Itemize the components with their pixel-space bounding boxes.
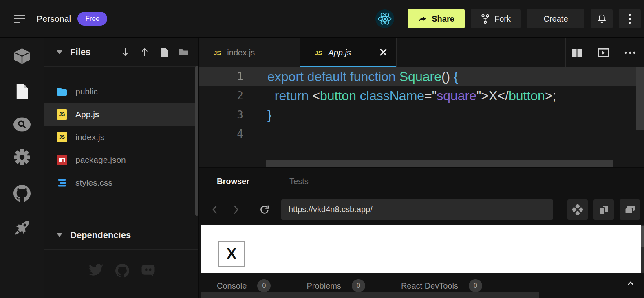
code-token xyxy=(356,88,360,103)
line-number: 4 xyxy=(199,125,248,144)
npm-file-icon xyxy=(57,155,67,165)
open-in-new-window-icon[interactable] xyxy=(620,199,640,220)
url-input[interactable] xyxy=(281,199,553,220)
devtools-bar: Console 0 Problems 0 React DevTools 0 xyxy=(199,274,644,298)
files-panel-icon[interactable] xyxy=(15,83,29,101)
tab-appjs[interactable]: JS App.js xyxy=(300,38,397,67)
tab-browser[interactable]: Browser xyxy=(217,177,249,186)
search-icon[interactable] xyxy=(13,116,31,134)
file-row-stylescss[interactable]: styles.css xyxy=(44,171,198,194)
console-label: Console xyxy=(217,281,247,291)
code-text xyxy=(248,125,267,144)
file-row-packagejson[interactable]: package.json xyxy=(44,149,198,171)
square-button[interactable]: X xyxy=(218,241,245,267)
twitter-icon[interactable] xyxy=(89,264,104,278)
file-name: index.js xyxy=(75,132,104,142)
code-token: Square xyxy=(399,69,441,84)
preview-viewport: X xyxy=(201,225,641,273)
fork-icon xyxy=(481,14,490,24)
workspace-name[interactable]: Personal xyxy=(37,14,71,24)
files-panel: Files public JS App.js JS index.js xyxy=(44,38,198,298)
tab-tests[interactable]: Tests xyxy=(289,177,309,186)
create-button[interactable]: Create xyxy=(527,9,584,28)
problems-toggle[interactable]: Problems 0 xyxy=(307,279,365,292)
file-row-indexjs[interactable]: JS index.js xyxy=(44,126,198,149)
code-token: < xyxy=(309,88,320,103)
sandbox-cube-icon[interactable] xyxy=(13,47,31,67)
new-file-icon[interactable] xyxy=(160,47,168,57)
editor-toolbar xyxy=(565,38,644,67)
back-icon[interactable] xyxy=(211,204,218,215)
problems-label: Problems xyxy=(307,281,341,291)
share-button[interactable]: Share xyxy=(408,9,465,28)
count-badge: 0 xyxy=(469,279,482,292)
discord-icon[interactable] xyxy=(141,264,156,278)
files-title: Files xyxy=(70,47,90,57)
editor-tab-bar: JS index.js JS App.js xyxy=(199,38,644,67)
tab-indexjs[interactable]: JS index.js xyxy=(199,38,300,67)
share-icon xyxy=(418,15,427,23)
responsive-preview-icon[interactable] xyxy=(593,199,614,220)
line-number: 3 xyxy=(199,105,248,125)
files-section-header: Files xyxy=(44,38,198,67)
chevron-down-icon[interactable] xyxy=(57,50,62,54)
menu-icon[interactable] xyxy=(14,14,26,24)
download-icon[interactable] xyxy=(121,48,130,57)
js-file-icon: JS xyxy=(315,49,322,56)
more-options-button[interactable] xyxy=(619,9,641,28)
folder-icon xyxy=(57,87,67,96)
fork-label: Fork xyxy=(494,14,511,24)
dependencies-title: Dependencies xyxy=(70,230,131,241)
fork-button[interactable]: Fork xyxy=(471,9,521,28)
github-link-icon[interactable] xyxy=(115,264,129,278)
js-file-icon: JS xyxy=(57,109,67,120)
notifications-button[interactable] xyxy=(591,9,613,28)
code-editor[interactable]: 1 export default function Square() { 2 r… xyxy=(199,67,644,167)
preview-tab-bar: Browser Tests xyxy=(199,168,644,195)
refresh-icon[interactable] xyxy=(259,204,270,215)
github-icon[interactable] xyxy=(13,185,31,204)
social-links xyxy=(89,264,156,278)
js-file-icon: JS xyxy=(57,132,67,142)
forward-icon[interactable] xyxy=(232,204,240,215)
code-line: 3 } xyxy=(199,105,644,125)
react-devtools-label: React DevTools xyxy=(401,281,458,291)
file-row-appjs[interactable]: JS App.js xyxy=(44,103,198,126)
count-badge: 0 xyxy=(352,279,365,292)
code-line: 2 return <button className="square">X</b… xyxy=(199,86,644,105)
devtools-diamonds-icon[interactable] xyxy=(567,199,588,220)
chevron-down-icon[interactable] xyxy=(57,233,62,237)
editor-horizontal-scrollbar[interactable] xyxy=(266,160,613,167)
rocket-icon[interactable] xyxy=(13,219,31,239)
code-token: } xyxy=(267,107,272,122)
code-token: ">X</ xyxy=(476,88,509,103)
js-file-icon: JS xyxy=(214,49,221,56)
file-row-public[interactable]: public xyxy=(44,80,198,103)
new-folder-icon[interactable] xyxy=(179,48,188,56)
code-token xyxy=(267,88,275,103)
code-token: button xyxy=(509,88,545,103)
code-token: () xyxy=(441,69,454,84)
bottom-scrollbar[interactable] xyxy=(201,292,539,298)
plan-badge[interactable]: Free xyxy=(77,12,107,26)
editor-vertical-scrollbar[interactable] xyxy=(636,67,644,130)
upload-icon[interactable] xyxy=(140,48,149,57)
top-bar: Personal Free Share xyxy=(0,0,644,38)
code-text: } xyxy=(248,105,272,125)
close-icon[interactable] xyxy=(379,48,387,56)
file-name: styles.css xyxy=(75,178,112,188)
split-view-icon[interactable] xyxy=(571,48,582,57)
chevron-up-icon[interactable] xyxy=(627,281,634,286)
preview-pane-icon[interactable] xyxy=(598,48,609,57)
code-token: { xyxy=(454,69,458,84)
react-devtools-toggle[interactable]: React DevTools 0 xyxy=(401,279,482,292)
line-number: 2 xyxy=(199,86,248,105)
file-name: package.json xyxy=(75,155,126,165)
preview-scrollbar[interactable] xyxy=(641,225,644,273)
ellipsis-icon[interactable] xyxy=(624,51,636,54)
tab-label: index.js xyxy=(227,48,255,57)
settings-gear-icon[interactable] xyxy=(13,148,31,168)
console-toggle[interactable]: Console 0 xyxy=(217,279,271,292)
file-tree: public JS App.js JS index.js package.jso… xyxy=(44,80,198,194)
code-token: export default function xyxy=(267,69,399,84)
